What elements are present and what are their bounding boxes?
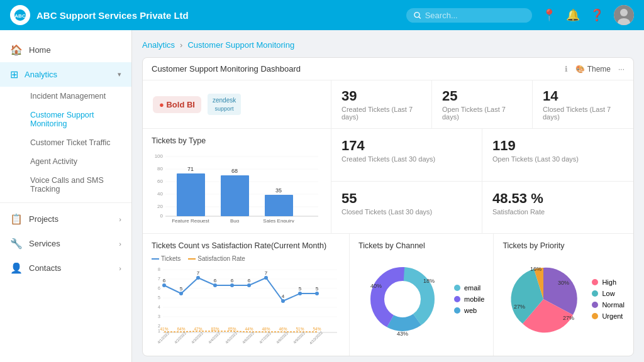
company-logo: ABC ABC Support Services Private Ltd bbox=[10, 5, 406, 25]
stat-number-closed-30d: 55 bbox=[341, 190, 472, 207]
svg-text:4/3/2022: 4/3/2022 bbox=[191, 331, 204, 344]
company-name: ABC Support Services Private Ltd bbox=[36, 10, 189, 21]
svg-text:35: 35 bbox=[275, 187, 282, 194]
analytics-label: Analytics bbox=[25, 70, 57, 79]
theme-button[interactable]: 🎨 Theme bbox=[575, 65, 611, 74]
svg-text:6: 6 bbox=[248, 278, 251, 283]
notification-icon[interactable]: 🔔 bbox=[566, 8, 580, 22]
bar-chart-svg: 100 80 60 40 20 0 bbox=[152, 150, 321, 222]
svg-text:4/9/2022: 4/9/2022 bbox=[292, 331, 306, 344]
breadcrumb-current: Customer Support Monitoring bbox=[187, 40, 294, 50]
line-chart-svg: 8 7 6 5 4 3 2 1 bbox=[152, 265, 340, 346]
donut-chart-section: Tickets by Channel bbox=[350, 234, 494, 356]
email-legend-color bbox=[454, 285, 460, 291]
svg-text:7: 7 bbox=[158, 277, 160, 281]
normal-legend-color bbox=[592, 302, 598, 308]
search-bar[interactable] bbox=[406, 8, 532, 23]
help-icon[interactable]: ❓ bbox=[590, 8, 604, 22]
stat-open-7d: 25 Open Tickets (Last 7 days) bbox=[432, 80, 533, 128]
stats-30d-grid: 174 Created Tickets (Last 30 days) 119 O… bbox=[331, 129, 633, 233]
sidebar-item-voice-calls[interactable]: Voice Calls and SMS Tracking bbox=[20, 171, 131, 199]
pie-chart-svg: 30% 27% 27% 16% bbox=[502, 255, 584, 343]
stat-label-open-30d: Open Tickets (Last 30 days) bbox=[492, 155, 623, 163]
stat-number-created-7d: 39 bbox=[341, 88, 421, 104]
dashboard-header: Customer Support Monitoring Dashboard ℹ … bbox=[143, 58, 633, 80]
search-icon bbox=[414, 11, 421, 19]
svg-text:6: 6 bbox=[231, 278, 234, 283]
svg-point-40 bbox=[162, 283, 166, 287]
pie-wrap: 30% 27% 27% 16% High bbox=[502, 255, 625, 343]
svg-text:4: 4 bbox=[158, 305, 160, 309]
svg-text:6: 6 bbox=[158, 286, 160, 290]
bar-chart-title: Tickets by Type bbox=[152, 136, 322, 145]
svg-point-45 bbox=[247, 283, 251, 287]
bar-feature-request bbox=[177, 173, 205, 216]
bar-chart-section: Tickets by Type 100 80 60 40 20 0 bbox=[143, 129, 331, 233]
svg-text:5: 5 bbox=[180, 286, 183, 292]
sidebar-item-services[interactable]: 🔧 Services › bbox=[0, 231, 131, 256]
donut-chart-title: Tickets by Channel bbox=[358, 241, 484, 250]
svg-text:4/8/2022: 4/8/2022 bbox=[275, 331, 289, 344]
svg-text:6: 6 bbox=[163, 278, 166, 283]
analytics-submenu: Incident Management Customer Support Mon… bbox=[0, 87, 131, 199]
svg-text:3: 3 bbox=[158, 314, 160, 319]
svg-text:80: 80 bbox=[157, 166, 163, 172]
sidebar-item-incident[interactable]: Incident Management bbox=[20, 87, 131, 106]
stat-label-closed-7d: Closed Tickets (Last 7 days) bbox=[543, 106, 623, 121]
stat-closed-7d: 14 Closed Tickets (Last 7 days) bbox=[533, 80, 633, 128]
more-options-icon[interactable]: ··· bbox=[618, 65, 625, 74]
projects-label: Projects bbox=[29, 214, 58, 224]
svg-point-43 bbox=[213, 283, 217, 287]
user-avatar[interactable] bbox=[614, 5, 634, 25]
theme-icon: 🎨 bbox=[575, 65, 585, 74]
legend-high: High bbox=[592, 278, 624, 286]
svg-text:68: 68 bbox=[231, 168, 238, 174]
sidebar-item-ticket-traffic[interactable]: Customer Ticket Traffic bbox=[20, 133, 131, 152]
legend-email: email bbox=[454, 284, 484, 292]
bar-sales-enquiry bbox=[265, 195, 293, 216]
services-label: Services bbox=[29, 239, 60, 248]
sidebar-item-analytics[interactable]: ⊞ Analytics ▾ bbox=[0, 62, 131, 87]
search-input[interactable] bbox=[425, 11, 525, 20]
legend-mobile: mobile bbox=[454, 295, 484, 303]
bottom-row: Tickets Count vs Satisfaction Rate(Curre… bbox=[143, 234, 633, 356]
location-icon[interactable]: 📍 bbox=[542, 8, 556, 22]
svg-text:46%: 46% bbox=[279, 327, 287, 331]
svg-text:27%: 27% bbox=[563, 315, 574, 321]
svg-text:4/6/2022: 4/6/2022 bbox=[242, 331, 255, 344]
svg-text:27%: 27% bbox=[514, 304, 525, 310]
breadcrumb: Analytics › Customer Support Monitoring bbox=[142, 40, 634, 50]
main-layout: 🏠 Home ⊞ Analytics ▾ Incident Management… bbox=[0, 30, 644, 362]
svg-text:4/4/2022: 4/4/2022 bbox=[208, 331, 221, 344]
satisfaction-legend: Satisfaction Rate bbox=[188, 255, 245, 262]
svg-point-49 bbox=[315, 292, 319, 295]
satisfaction-line bbox=[164, 331, 317, 332]
svg-text:4/7/2022: 4/7/2022 bbox=[258, 331, 272, 344]
breadcrumb-analytics[interactable]: Analytics bbox=[142, 40, 175, 50]
svg-text:0: 0 bbox=[160, 213, 164, 219]
svg-text:7: 7 bbox=[265, 270, 268, 276]
high-legend-label: High bbox=[602, 278, 616, 286]
stat-label-created-30d: Created Tickets (Last 30 days) bbox=[341, 155, 472, 163]
svg-text:54%: 54% bbox=[313, 327, 321, 331]
sidebar-item-home[interactable]: 🏠 Home bbox=[0, 38, 131, 62]
sidebar-item-contacts[interactable]: 👤 Contacts › bbox=[0, 256, 131, 280]
svg-point-46 bbox=[264, 276, 268, 280]
sidebar-item-customer-support[interactable]: Customer Support Monitoring bbox=[20, 106, 131, 133]
services-chevron: › bbox=[119, 240, 121, 248]
svg-text:40%: 40% bbox=[370, 283, 382, 289]
stat-satisfaction: 48.53 % Satisfaction Rate bbox=[482, 182, 633, 234]
tickets-legend: Tickets bbox=[152, 255, 180, 262]
home-label: Home bbox=[29, 45, 51, 55]
header-icons: 📍 🔔 ❓ bbox=[542, 5, 634, 25]
sidebar-item-projects[interactable]: 📋 Projects › bbox=[0, 207, 131, 231]
sidebar-item-agent-activity[interactable]: Agent Activity bbox=[20, 152, 131, 171]
boldbi-logo: ● Bold BI bbox=[153, 96, 201, 113]
svg-text:48%: 48% bbox=[262, 327, 270, 331]
donut-chart-svg: 40% 18% 43% bbox=[358, 255, 447, 343]
mobile-legend-label: mobile bbox=[464, 295, 484, 303]
svg-text:65%: 65% bbox=[228, 327, 236, 331]
svg-text:4/5/2022: 4/5/2022 bbox=[225, 331, 238, 344]
svg-point-41 bbox=[179, 292, 183, 295]
urgent-legend-label: Urgent bbox=[602, 312, 623, 320]
